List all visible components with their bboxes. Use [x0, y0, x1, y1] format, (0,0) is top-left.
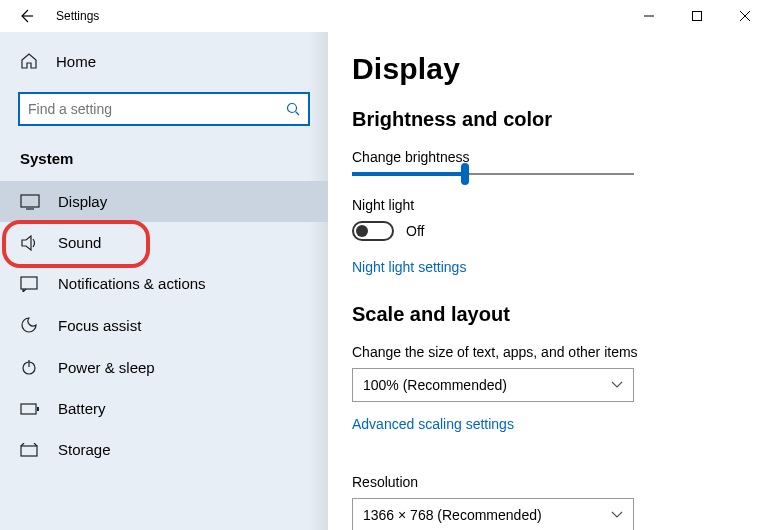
sidebar-item-sound[interactable]: Sound	[0, 222, 328, 263]
svg-line-5	[296, 112, 300, 116]
search-box[interactable]	[18, 92, 310, 126]
power-icon	[20, 358, 40, 376]
sidebar-item-display[interactable]: Display	[0, 181, 328, 222]
sidebar-item-focus-assist[interactable]: Focus assist	[0, 304, 328, 346]
close-button[interactable]	[730, 4, 760, 28]
titlebar: Settings	[0, 0, 768, 32]
resolution-value: 1366 × 768 (Recommended)	[363, 507, 542, 523]
scale-label: Change the size of text, apps, and other…	[352, 344, 744, 360]
svg-rect-1	[693, 12, 702, 21]
maximize-button[interactable]	[682, 4, 712, 28]
svg-point-4	[288, 104, 297, 113]
notifications-icon	[20, 276, 40, 292]
resolution-label: Resolution	[352, 474, 744, 490]
svg-rect-13	[21, 446, 37, 456]
display-icon	[20, 194, 40, 210]
svg-rect-6	[21, 195, 39, 207]
search-input[interactable]	[28, 101, 286, 117]
advanced-scaling-link[interactable]: Advanced scaling settings	[352, 416, 514, 432]
chevron-down-icon	[611, 511, 623, 519]
sidebar-item-label: Display	[58, 193, 107, 210]
home-nav[interactable]: Home	[0, 42, 328, 80]
scale-value: 100% (Recommended)	[363, 377, 507, 393]
slider-fill	[352, 172, 465, 176]
sidebar-item-label: Storage	[58, 441, 111, 458]
brightness-slider[interactable]	[352, 173, 634, 175]
slider-thumb[interactable]	[461, 163, 469, 185]
toggle-knob	[356, 225, 368, 237]
content-area: Display Brightness and color Change brig…	[328, 32, 768, 530]
svg-rect-11	[21, 404, 36, 414]
sidebar: Home System Display Sound Notifica	[0, 32, 328, 530]
search-icon	[286, 102, 300, 116]
sidebar-item-label: Focus assist	[58, 317, 141, 334]
sidebar-item-storage[interactable]: Storage	[0, 429, 328, 470]
storage-icon	[20, 443, 40, 457]
page-title: Display	[352, 52, 744, 86]
back-icon[interactable]	[16, 6, 36, 26]
home-label: Home	[56, 53, 96, 70]
sidebar-item-label: Sound	[58, 234, 101, 251]
window-controls	[634, 4, 760, 28]
category-heading: System	[0, 144, 328, 181]
section-heading-brightness: Brightness and color	[352, 108, 744, 131]
minimize-button[interactable]	[634, 4, 664, 28]
home-icon	[20, 52, 38, 70]
sidebar-item-label: Battery	[58, 400, 106, 417]
night-light-label: Night light	[352, 197, 744, 213]
sound-icon	[20, 235, 40, 251]
night-light-state: Off	[406, 223, 424, 239]
svg-rect-8	[21, 277, 37, 289]
sidebar-item-notifications[interactable]: Notifications & actions	[0, 263, 328, 304]
night-light-settings-link[interactable]: Night light settings	[352, 259, 466, 275]
svg-rect-12	[37, 407, 39, 411]
window-title: Settings	[56, 9, 99, 23]
scale-dropdown[interactable]: 100% (Recommended)	[352, 368, 634, 402]
focus-assist-icon	[20, 316, 40, 334]
chevron-down-icon	[611, 381, 623, 389]
battery-icon	[20, 403, 40, 415]
sidebar-item-label: Notifications & actions	[58, 275, 206, 292]
section-heading-scale: Scale and layout	[352, 303, 744, 326]
brightness-label: Change brightness	[352, 149, 744, 165]
sidebar-item-battery[interactable]: Battery	[0, 388, 328, 429]
sidebar-item-label: Power & sleep	[58, 359, 155, 376]
night-light-toggle[interactable]	[352, 221, 394, 241]
sidebar-item-power-sleep[interactable]: Power & sleep	[0, 346, 328, 388]
resolution-dropdown[interactable]: 1366 × 768 (Recommended)	[352, 498, 634, 530]
